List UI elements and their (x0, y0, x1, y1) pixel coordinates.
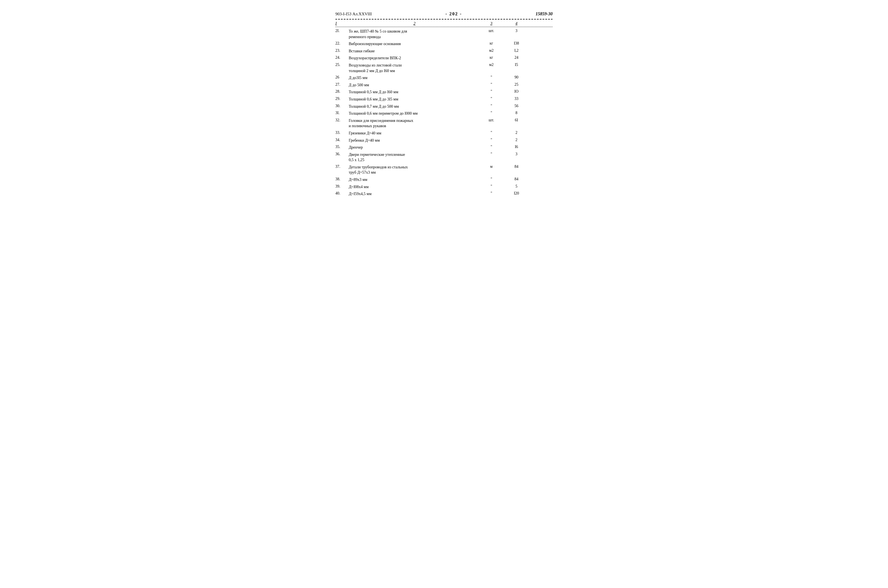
row-description: Двери герметические утепленные0,5 х 1,25 (349, 152, 480, 163)
row-number: 36. (336, 152, 349, 156)
row-number: 28. (336, 89, 349, 94)
row-number: 33. (336, 130, 349, 135)
row-number: 2I. (336, 28, 349, 33)
row-quantity: I6 (503, 145, 530, 149)
row-unit: " (480, 184, 503, 189)
table-row: 25.Воздуховоды из листовой сталитолщиной… (336, 62, 552, 74)
row-description: Воздуховоды из листовой сталитолщиной 2 … (349, 63, 480, 74)
row-number: 25. (336, 63, 349, 67)
table-row: 38. Д=89х3 мм"84 (336, 176, 552, 183)
row-unit: " (480, 177, 503, 182)
row-quantity: 84 (503, 165, 530, 169)
row-description: Воздухораспределители ВПК-2 (349, 56, 480, 61)
table-row: 28.Толщиной 0,5 мм Д до I60 мм"IO (336, 88, 552, 96)
row-description: Д=89х3 мм (349, 177, 480, 183)
row-number: 29. (336, 96, 349, 101)
row-number: 22. (336, 41, 349, 46)
table-row: 24.Воздухораспределители ВПК-2кг24 (336, 54, 552, 62)
row-quantity: 3 (503, 28, 530, 33)
table-row: 36.Двери герметические утепленные0,5 х 1… (336, 151, 552, 164)
table-row: 34.Гребенки Д=40 мм"2 (336, 137, 552, 144)
row-description: Детали трубопроводов из стальныхтруб Д=5… (349, 165, 480, 176)
row-description: Грязевики Д=40 мм (349, 130, 480, 136)
col-header-3: 3 (480, 21, 503, 26)
row-quantity: 56 (503, 104, 530, 108)
row-number: 32. (336, 118, 349, 123)
row-unit: м (480, 165, 503, 169)
row-description: Толщиной 0,6 мм периметром до I000 мм (349, 111, 480, 116)
row-quantity: 2 (503, 138, 530, 142)
table-row: 40. Д=I59х4,5 мм"I20 (336, 190, 552, 198)
row-description: Д=I08х4 мм (349, 184, 480, 190)
row-unit: " (480, 89, 503, 94)
row-description: Дренчер (349, 145, 480, 150)
table-row: 30.Толщиной 0,7 мм Д до 500 мм"56 (336, 103, 552, 110)
table-row: 3I.Толщиной 0,6 мм периметром до I000 мм… (336, 110, 552, 117)
row-quantity: 3 (503, 152, 530, 156)
table-row: 32.Головки для присоединения пожарныхи п… (336, 117, 552, 130)
top-divider (336, 19, 552, 20)
row-unit: " (480, 145, 503, 149)
header-right: 15859-30 (536, 11, 552, 16)
table-row: 22.Виброизолирующие основаниякгI38 (336, 40, 552, 48)
table-row: 27. Д до 500 мм"25 (336, 81, 552, 89)
table-row: 29.Толщиной 0,6 мм Д до 3I5 мм"33 (336, 96, 552, 103)
row-number: 3I. (336, 111, 349, 115)
row-quantity: 24 (503, 56, 530, 60)
row-unit: " (480, 130, 503, 135)
row-description: Толщиной 0,5 мм Д до I60 мм (349, 89, 480, 95)
row-quantity: I38 (503, 41, 530, 46)
row-number: 37. (336, 165, 349, 169)
table-row: 39. Д=I08х4 мм"5 (336, 183, 552, 190)
column-headers: I 2 3 4 (336, 20, 552, 27)
page-header: 903-I-I53 Ал.XXVIII - 202 - 15859-30 (336, 11, 552, 17)
row-description: Вставки гибкие (349, 48, 480, 54)
row-description: Толщиной 0,7 мм Д до 500 мм (349, 104, 480, 110)
row-unit: " (480, 111, 503, 115)
row-unit: " (480, 82, 503, 87)
row-unit: " (480, 75, 503, 80)
table-row: 37.Детали трубопроводов из стальныхтруб … (336, 164, 552, 176)
row-quantity: 25 (503, 82, 530, 87)
row-number: 24. (336, 56, 349, 60)
row-number: 27. (336, 82, 349, 87)
row-unit: " (480, 96, 503, 101)
row-quantity: 90 (503, 75, 530, 80)
row-unit: " (480, 104, 503, 108)
header-left: 903-I-I53 Ал.XXVIII (336, 12, 372, 16)
col-header-2: 2 (349, 21, 480, 26)
row-unit: кг (480, 41, 503, 46)
row-unit: м2 (480, 63, 503, 67)
row-quantity: 84 (503, 177, 530, 182)
row-number: 34. (336, 138, 349, 142)
row-description: Толщиной 0,6 мм Д до 3I5 мм (349, 96, 480, 102)
row-description: Виброизолирующие основания (349, 41, 480, 47)
col-header-1: I (336, 21, 349, 26)
row-number: 26 (336, 75, 349, 80)
row-unit: " (480, 191, 503, 196)
header-center: - 202 - (446, 11, 462, 17)
row-quantity: I20 (503, 191, 530, 196)
col-header-4: 4 (503, 21, 530, 26)
row-description: Д=I59х4,5 мм (349, 191, 480, 197)
table-row: 33.Грязевики Д=40 мм"2 (336, 130, 552, 137)
table-row: 23.Вставки гибкием2I,2 (336, 48, 552, 55)
row-unit: " (480, 138, 503, 142)
row-unit: шт. (480, 118, 503, 123)
row-quantity: IO (503, 89, 530, 94)
row-quantity: 5 (503, 184, 530, 189)
row-unit: м2 (480, 48, 503, 53)
row-quantity: 33 (503, 96, 530, 101)
row-description: То же, ШП7-40 № 5 со шкивом дляременного… (349, 28, 480, 39)
row-number: 35. (336, 145, 349, 149)
row-number: 39. (336, 184, 349, 189)
row-description: Д до 500 мм (349, 82, 480, 88)
row-unit: шт. (480, 28, 503, 33)
row-quantity: 8 (503, 111, 530, 115)
header-bottom-divider (336, 27, 552, 27)
row-number: 30. (336, 104, 349, 108)
row-number: 38. (336, 177, 349, 182)
table-row: 35.Дренчер"I6 (336, 144, 552, 151)
row-unit: " (480, 152, 503, 156)
row-description: Гребенки Д=40 мм (349, 138, 480, 143)
